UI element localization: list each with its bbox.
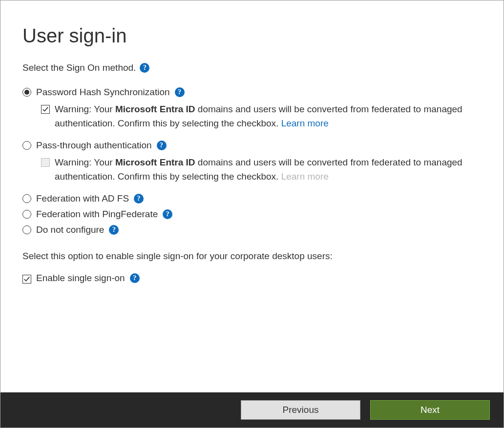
radio-none[interactable] xyxy=(22,225,31,234)
help-icon[interactable]: ? xyxy=(163,209,172,219)
radio-pta[interactable] xyxy=(22,141,31,150)
radio-label-phs: Password Hash Synchronization xyxy=(36,87,170,98)
sso-label: Enable single sign-on xyxy=(36,273,125,284)
previous-button[interactable]: Previous xyxy=(241,400,360,420)
help-icon[interactable]: ? xyxy=(130,273,140,283)
select-method-label: Select the Sign On method. xyxy=(22,62,136,73)
radio-ping[interactable] xyxy=(22,210,31,219)
main-content: User sign-in Select the Sign On method. … xyxy=(0,0,504,284)
radio-row-ping[interactable]: Federation with PingFederate ? xyxy=(22,209,482,220)
radio-row-pta[interactable]: Pass-through authentication ? xyxy=(22,140,482,151)
phs-warning-row: Warning: Your Microsoft Entra ID domains… xyxy=(41,102,482,130)
sso-row[interactable]: Enable single sign-on ? xyxy=(22,272,482,284)
help-icon[interactable]: ? xyxy=(157,141,167,150)
pta-warning-text: Warning: Your Microsoft Entra ID domains… xyxy=(55,156,482,183)
help-icon[interactable]: ? xyxy=(109,225,119,235)
sso-checkbox[interactable] xyxy=(22,275,31,284)
radio-label-adfs: Federation with AD FS xyxy=(36,193,129,204)
option-phs: Password Hash Synchronization ? Warning:… xyxy=(22,87,482,130)
radio-row-phs[interactable]: Password Hash Synchronization ? xyxy=(22,87,482,98)
sso-section-text: Select this option to enable single sign… xyxy=(22,251,482,262)
pta-warning-row: Warning: Your Microsoft Entra ID domains… xyxy=(41,156,482,183)
help-icon[interactable]: ? xyxy=(140,63,149,73)
phs-confirm-checkbox[interactable] xyxy=(41,105,50,114)
phs-warning-text: Warning: Your Microsoft Entra ID domains… xyxy=(55,102,482,130)
phs-learn-more-link[interactable]: Learn more xyxy=(281,118,329,128)
help-icon[interactable]: ? xyxy=(175,87,185,97)
pta-learn-more-link: Learn more xyxy=(281,171,329,182)
option-pta: Pass-through authentication ? Warning: Y… xyxy=(22,140,482,183)
radio-label-ping: Federation with PingFederate xyxy=(36,209,158,220)
help-icon[interactable]: ? xyxy=(134,194,144,204)
pta-confirm-checkbox xyxy=(41,158,50,167)
radio-phs[interactable] xyxy=(22,88,31,97)
page-title: User sign-in xyxy=(22,25,482,47)
radio-label-none: Do not configure xyxy=(36,224,104,235)
footer-bar: Previous Next xyxy=(0,392,504,428)
next-button[interactable]: Next xyxy=(370,400,490,420)
select-method-instruction: Select the Sign On method. ? xyxy=(22,62,482,73)
radio-row-adfs[interactable]: Federation with AD FS ? xyxy=(22,193,482,204)
radio-adfs[interactable] xyxy=(22,194,31,203)
radio-row-none[interactable]: Do not configure ? xyxy=(22,224,482,235)
radio-label-pta: Pass-through authentication xyxy=(36,140,152,151)
